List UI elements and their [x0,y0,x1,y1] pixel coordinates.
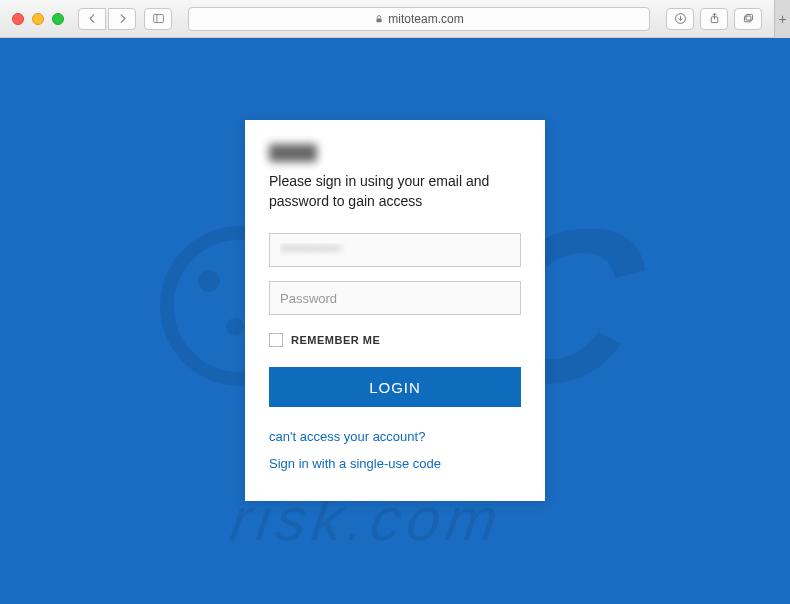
svg-rect-6 [746,14,753,20]
chevron-right-icon [116,12,129,25]
chevron-left-icon [86,12,99,25]
remember-row: REMEMBER ME [269,333,521,347]
address-bar[interactable]: mitoteam.com [188,7,650,31]
remember-label: REMEMBER ME [291,334,380,346]
lock-icon [374,14,384,24]
sidebar-icon [152,12,165,25]
email-field[interactable] [269,233,521,267]
maximize-window-button[interactable] [52,13,64,25]
nav-back-forward [78,8,136,30]
forward-button[interactable] [108,8,136,30]
login-button-label: LOGIN [369,379,421,396]
sidebar-toggle-button[interactable] [144,8,172,30]
share-icon [708,12,721,25]
back-button[interactable] [78,8,106,30]
svg-rect-5 [744,16,751,22]
login-subtitle: Please sign in using your email and pass… [269,172,521,211]
download-icon [674,12,687,25]
window-controls [12,13,64,25]
login-card: Please sign in using your email and pass… [245,120,545,501]
svg-rect-2 [377,18,382,22]
cant-access-link[interactable]: can't access your account? [269,429,521,444]
tabs-button[interactable] [734,8,762,30]
browser-toolbar: mitoteam.com + [0,0,790,38]
svg-rect-0 [153,14,163,22]
share-button[interactable] [700,8,728,30]
brand-logo [269,144,317,162]
url-text: mitoteam.com [388,12,463,26]
new-tab-button[interactable]: + [774,0,790,38]
tabs-icon [742,12,755,25]
remember-checkbox[interactable] [269,333,283,347]
close-window-button[interactable] [12,13,24,25]
minimize-window-button[interactable] [32,13,44,25]
page-viewport: PC risk.com Please sign in using your em… [0,38,790,604]
downloads-button[interactable] [666,8,694,30]
plus-icon: + [778,11,786,27]
password-field[interactable] [269,281,521,315]
single-use-code-link[interactable]: Sign in with a single-use code [269,456,521,471]
login-button[interactable]: LOGIN [269,367,521,407]
toolbar-right [666,8,762,30]
